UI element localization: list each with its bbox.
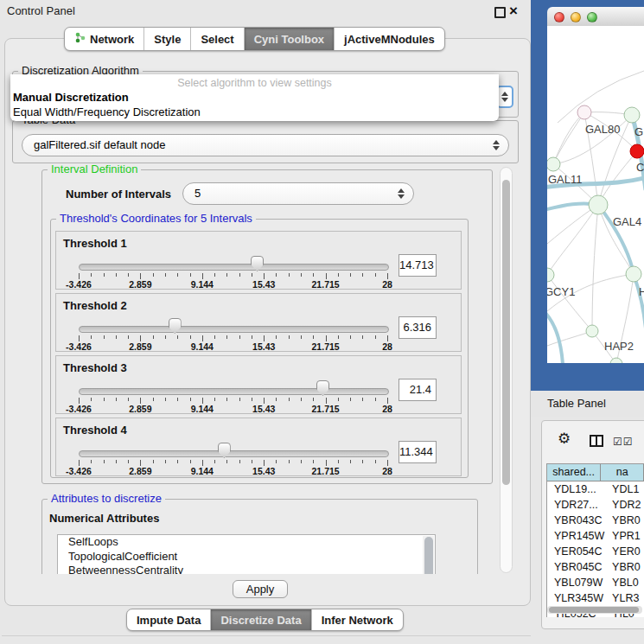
tab-infer-network[interactable]: Infer Network bbox=[311, 609, 403, 630]
threshold-value-field[interactable]: 6.316 bbox=[399, 316, 437, 339]
network-node-gal80[interactable] bbox=[577, 105, 591, 119]
network-window-titlebar[interactable] bbox=[547, 7, 644, 27]
network-edge[interactable] bbox=[592, 205, 598, 331]
tick-mark bbox=[104, 398, 105, 401]
network-node-gal11[interactable] bbox=[547, 157, 560, 171]
tick-mark bbox=[252, 335, 252, 339]
table-horizontal-scrollbar-thumb[interactable] bbox=[549, 607, 639, 613]
threshold-slider-track[interactable] bbox=[79, 388, 389, 395]
table-row[interactable]: YER054CYER0 bbox=[547, 544, 644, 559]
table-row[interactable]: YDR27...YDR2 bbox=[547, 497, 644, 513]
table-row[interactable]: YLR345WYLR3 bbox=[547, 590, 644, 606]
close-icon[interactable]: × bbox=[509, 1, 518, 22]
slider-tick-labels: -3.4262.8599.14415.4321.71528 bbox=[79, 404, 387, 414]
tab-style[interactable]: Style bbox=[143, 28, 190, 50]
tab-cyni-toolbox[interactable]: Cyni Toolbox bbox=[244, 28, 334, 50]
table-cell-shared-name[interactable]: YER054C bbox=[547, 544, 606, 559]
tab-impute-data[interactable]: Impute Data bbox=[127, 609, 210, 630]
network-node-gcy1[interactable] bbox=[547, 268, 554, 282]
tab-network[interactable]: Network bbox=[65, 28, 143, 50]
algorithm-combo[interactable] bbox=[496, 86, 513, 108]
table-cell-shared-name[interactable]: YDR27... bbox=[547, 497, 606, 513]
network-node-gal4[interactable] bbox=[589, 195, 608, 214]
tick-mark bbox=[289, 460, 290, 463]
threshold-value-field[interactable]: 14.713 bbox=[399, 254, 437, 277]
table-row[interactable]: YBR043CYBR0 bbox=[547, 513, 644, 528]
column-header-name[interactable]: na bbox=[601, 464, 644, 481]
table-cell-shared-name[interactable]: YBR045C bbox=[547, 559, 606, 575]
threshold-panel-3: Threshold 3-3.4262.8599.14415.4321.71528… bbox=[55, 355, 462, 414]
table-row[interactable]: YBL079WYBL0 bbox=[547, 575, 644, 590]
network-node-c[interactable] bbox=[630, 144, 644, 158]
tick-mark bbox=[326, 273, 327, 279]
tick-mark bbox=[202, 398, 203, 404]
threshold-value-field[interactable]: 11.344 bbox=[399, 441, 437, 463]
table-cell-shared-name[interactable]: YLR345W bbox=[547, 590, 606, 606]
network-edge-thick[interactable] bbox=[547, 311, 563, 363]
column-layout-icon[interactable] bbox=[590, 435, 603, 447]
table-cell-name[interactable]: YDL1 bbox=[606, 481, 644, 497]
table-row[interactable]: YPR145WYPR1 bbox=[547, 528, 644, 544]
tick-mark bbox=[375, 335, 376, 339]
network-edge[interactable] bbox=[547, 331, 592, 346]
tab-discretize-data[interactable]: Discretize Data bbox=[210, 609, 310, 630]
tick-mark bbox=[165, 398, 166, 401]
column-header-shared-name[interactable]: shared... bbox=[547, 464, 601, 481]
tick-mark bbox=[177, 460, 178, 463]
tick-mark bbox=[264, 460, 265, 466]
table-cell-name[interactable]: YBR0 bbox=[606, 559, 644, 575]
network-edge[interactable] bbox=[547, 205, 598, 275]
table-data-combo[interactable]: galFiltered.sif default node bbox=[22, 134, 509, 156]
tick-mark bbox=[387, 460, 388, 466]
table-horizontal-scrollbar[interactable] bbox=[547, 606, 642, 614]
tick-mark bbox=[338, 335, 339, 339]
tick-mark bbox=[350, 398, 351, 401]
algorithm-option-manual-discretization[interactable]: Manual Discretization bbox=[13, 91, 129, 104]
table-cell-shared-name[interactable]: YPR145W bbox=[547, 528, 606, 544]
minimize-traffic-light-icon[interactable] bbox=[571, 12, 581, 22]
network-graph[interactable]: GAL80GCGAL11GAL4GCY1HHAP2 bbox=[547, 26, 644, 363]
screen: Control Panel × NetworkStyleSelectCyni T… bbox=[0, 0, 644, 644]
table-row[interactable]: YBR045CYBR0 bbox=[547, 559, 644, 575]
threshold-value-field[interactable]: 21.4 bbox=[399, 379, 437, 401]
tick-mark bbox=[104, 273, 105, 277]
zoom-traffic-light-icon[interactable] bbox=[587, 12, 597, 22]
attributes-list-scrollbar[interactable] bbox=[423, 536, 434, 574]
tab-select[interactable]: Select bbox=[190, 28, 243, 50]
settings-scrollbar-thumb[interactable] bbox=[502, 180, 510, 485]
network-edge-thick[interactable] bbox=[634, 274, 644, 328]
tab-jactivemnodules[interactable]: jActiveMNodules bbox=[334, 28, 444, 50]
table-cell-name[interactable]: YLR3 bbox=[606, 590, 644, 606]
table-cell-shared-name[interactable]: YBL079W bbox=[547, 575, 606, 590]
close-traffic-light-icon[interactable] bbox=[554, 12, 564, 22]
float-window-icon[interactable] bbox=[494, 7, 506, 18]
attribute-item-topologicalcoefficient[interactable]: TopologicalCoefficient bbox=[58, 550, 435, 564]
table-row[interactable]: YDL19...YDL1 bbox=[547, 481, 644, 497]
table-cell-name[interactable]: YDR2 bbox=[606, 497, 644, 513]
threshold-slider-track[interactable] bbox=[79, 450, 389, 457]
apply-button[interactable]: Apply bbox=[233, 580, 288, 598]
table-cell-shared-name[interactable]: YDL19... bbox=[547, 481, 606, 497]
network-canvas[interactable]: GAL80GCGAL11GAL4GCY1HHAP2 bbox=[547, 26, 644, 363]
attribute-item-selfloops[interactable]: SelfLoops bbox=[58, 535, 435, 550]
threshold-slider-track[interactable] bbox=[79, 264, 389, 271]
algorithm-option-equal-width-frequency-discretization[interactable]: Equal Width/Frequency Discretization bbox=[13, 105, 201, 118]
table-cell-shared-name[interactable]: YBR043C bbox=[547, 513, 606, 528]
network-node-h[interactable] bbox=[626, 266, 641, 282]
table-cell-name[interactable]: YBL0 bbox=[606, 575, 644, 590]
attribute-item-betweennesscentrality[interactable]: BetweennessCentrality bbox=[58, 564, 435, 574]
table-cell-name[interactable]: YER0 bbox=[606, 544, 644, 559]
threshold-slider-track[interactable] bbox=[79, 326, 389, 333]
table-cell-name[interactable]: YPR1 bbox=[606, 528, 644, 544]
tick-mark bbox=[387, 335, 388, 341]
network-node-hap2[interactable] bbox=[586, 325, 598, 337]
tick-mark bbox=[79, 335, 80, 341]
number-of-intervals-combo[interactable]: 5 bbox=[182, 182, 414, 205]
settings-scrollbar[interactable] bbox=[500, 167, 513, 573]
checkbox-filter-icons[interactable]: ☑☑ bbox=[613, 435, 634, 449]
network-edge[interactable] bbox=[553, 112, 584, 164]
gear-icon[interactable]: ⚙ bbox=[558, 430, 571, 448]
table-cell-name[interactable]: YBR0 bbox=[606, 513, 644, 528]
tick-mark bbox=[276, 398, 277, 401]
network-node-g[interactable] bbox=[624, 107, 640, 123]
